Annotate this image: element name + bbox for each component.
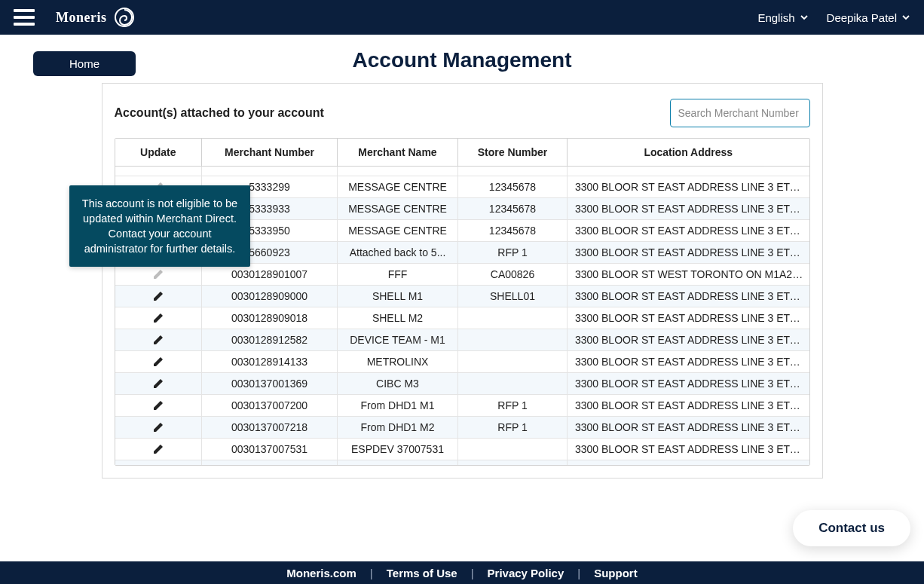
merchant-name-cell: SHELL M2 [338, 307, 458, 329]
search-input[interactable] [670, 99, 810, 127]
location-address-cell: 3300 BLOOR ST EAST ADDRESS LINE 3 ETOBIC… [568, 285, 809, 307]
edit-icon[interactable] [152, 399, 164, 411]
location-address-cell: 3300 BLOOR ST EAST ADDRESS LINE 3 ETOBIC… [568, 329, 809, 350]
merchant-name-cell: From DHD1 M1 [338, 394, 458, 416]
merchant-number-cell: 0030128912582 [202, 329, 338, 350]
accounts-card: Account(s) attached to your account Upda… [102, 83, 823, 479]
ineligible-tooltip: This account is not eligible to be updat… [69, 185, 250, 267]
location-address-cell: 3300 BLOOR ST EAST ADDRESS LINE 3 ETOBIC… [568, 350, 809, 372]
footer: Moneris.com | Terms of Use | Privacy Pol… [0, 561, 924, 584]
location-address-cell: 3300 BLOOR ST EAST ADDRESS LINE 3 ETOBIC… [568, 197, 809, 219]
table-row: 0030137007531ESPDEV 370075313300 BLOOR S… [115, 438, 809, 460]
col-store-number[interactable]: Store Number [458, 139, 568, 167]
brand-name: Moneris [56, 10, 106, 26]
language-label: English [757, 11, 794, 24]
merchant-name-cell: FFF [338, 263, 458, 285]
location-address-cell: 3300 BLOOR ST EAST ADDRESS LINE 3 ETOBIC… [568, 416, 809, 438]
store-number-cell: RFP 1 [458, 241, 568, 263]
chevron-down-icon [800, 13, 809, 22]
merchant-number-cell: 0030137007218 [202, 416, 338, 438]
svg-point-0 [115, 8, 133, 26]
footer-link[interactable]: Privacy Policy [474, 567, 578, 579]
location-address-cell: 3300 BLOOR ST EAST ADDRESS LINE 3 ETOBIC… [568, 241, 809, 263]
merchant-name-cell: SHELL M1 [338, 285, 458, 307]
col-merchant-number[interactable]: Merchant Number [202, 139, 338, 167]
table-row: 0030137007218From DHD1 M2RFP 13300 BLOOR… [115, 416, 809, 438]
edit-icon[interactable] [152, 311, 164, 323]
store-number-cell: CA00826 [458, 263, 568, 285]
merchant-name-cell: MESSAGE CENTRE [338, 219, 458, 241]
merchant-number-cell: 0030128909000 [202, 285, 338, 307]
store-number-cell: RFP 1 [458, 394, 568, 416]
location-address-cell: 3300 BLOOR ST EAST ADDRESS LINE 3 ETOBIC… [568, 219, 809, 241]
merchant-name-cell: CIBC M3 [338, 372, 458, 394]
table-row: 0030128909018SHELL M23300 BLOOR ST EAST … [115, 307, 809, 329]
edit-icon[interactable] [152, 464, 164, 465]
merchant-name-cell: Attached back to 5... [338, 241, 458, 263]
page-title: Account Management [0, 48, 924, 72]
table-row [115, 167, 809, 176]
merchant-name-cell: MESSAGE CENTRE [338, 197, 458, 219]
edit-icon [152, 268, 164, 280]
edit-icon[interactable] [152, 355, 164, 367]
user-menu[interactable]: Deepika Patel [827, 11, 910, 24]
merchant-number-cell: 0030137007200 [202, 394, 338, 416]
card-title: Account(s) attached to your account [115, 106, 324, 120]
brand-logo[interactable]: Moneris [56, 6, 138, 29]
store-number-cell: 12345678 [458, 219, 568, 241]
brand-swirl-icon [111, 6, 138, 29]
edit-icon[interactable] [152, 289, 164, 301]
store-number-cell: RFP 1 [458, 416, 568, 438]
edit-icon[interactable] [152, 333, 164, 345]
merchant-number-cell: 0030137008331 [202, 460, 338, 465]
store-number-cell [458, 329, 568, 350]
merchant-name-cell: DEVICE TEAM - M1 [338, 329, 458, 350]
merchant-name-cell: ESPDEV 37007531 [338, 438, 458, 460]
language-selector[interactable]: English [757, 11, 808, 24]
store-number-cell: 12345678 [458, 197, 568, 219]
table-row: 0030128912582DEVICE TEAM - M13300 BLOOR … [115, 329, 809, 350]
col-merchant-name[interactable]: Merchant Name [338, 139, 458, 167]
store-number-cell [458, 350, 568, 372]
col-location-address[interactable]: Location Address [568, 139, 809, 167]
table-row: 0030137001369CIBC M33300 BLOOR ST EAST A… [115, 372, 809, 394]
chevron-down-icon [901, 13, 910, 22]
merchant-number-cell: 0030128909018 [202, 307, 338, 329]
location-address-cell: 3300 BLOOR ST EAST ADDRESS LINE 3 ETOBIC… [568, 438, 809, 460]
merchant-name-cell: From DHD1 M2 [338, 416, 458, 438]
merchant-number-cell: 0030137007531 [202, 438, 338, 460]
store-number-cell [458, 438, 568, 460]
edit-icon[interactable] [152, 377, 164, 389]
hamburger-menu-icon[interactable] [14, 9, 35, 26]
store-number-cell [458, 372, 568, 394]
store-number-cell: 12345678 [458, 176, 568, 197]
store-number-cell: SHELL01 [458, 285, 568, 307]
edit-icon[interactable] [152, 420, 164, 433]
store-number-cell [458, 307, 568, 329]
table-row: 0030128914133METROLINX3300 BLOOR ST EAST… [115, 350, 809, 372]
location-address-cell: 3300 BLOOR ST EAST ADDRESS LINE 3 ETOBIC… [568, 394, 809, 416]
contact-us-button[interactable]: Contact us [793, 510, 910, 546]
location-address-cell: 3300 BLOOR ST WEST TORONTO ON M1A2B3 ... [568, 263, 809, 285]
merchant-name-cell: METROLINX [338, 350, 458, 372]
table-row: 0030137007200From DHD1 M1RFP 13300 BLOOR… [115, 394, 809, 416]
location-address-cell: 3300 BLOOR ST EAST ADDRESS LINE 3 ETOBIC… [568, 460, 809, 465]
location-address-cell: 3300 BLOOR ST EAST ADDRESS LINE 3 ETOBIC… [568, 176, 809, 197]
location-address-cell: 3300 BLOOR ST EAST ADDRESS LINE 3 ETOBIC… [568, 307, 809, 329]
col-update[interactable]: Update [115, 139, 202, 167]
user-name: Deepika Patel [827, 11, 897, 24]
merchant-number-cell: 0030137001369 [202, 372, 338, 394]
home-button[interactable]: Home [33, 51, 136, 76]
top-header: Moneris English Deepika Patel [0, 0, 924, 35]
merchant-number-cell: 0030128914133 [202, 350, 338, 372]
footer-link[interactable]: Moneris.com [273, 567, 370, 579]
footer-link[interactable]: Terms of Use [373, 567, 471, 579]
merchant-name-cell: MESSAGE CENTRE [338, 176, 458, 197]
location-address-cell: 3300 BLOOR ST EAST ADDRESS LINE 3 ETOBIC… [568, 372, 809, 394]
store-number-cell: RFP 1 [458, 460, 568, 465]
table-row: 0030137008331From DHD1 M4RFP 13300 BLOOR… [115, 460, 809, 465]
footer-link[interactable]: Support [580, 567, 651, 579]
table-row: 0030128909000SHELL M1SHELL013300 BLOOR S… [115, 285, 809, 307]
edit-icon[interactable] [152, 442, 164, 454]
merchant-name-cell: From DHD1 M4 [338, 460, 458, 465]
